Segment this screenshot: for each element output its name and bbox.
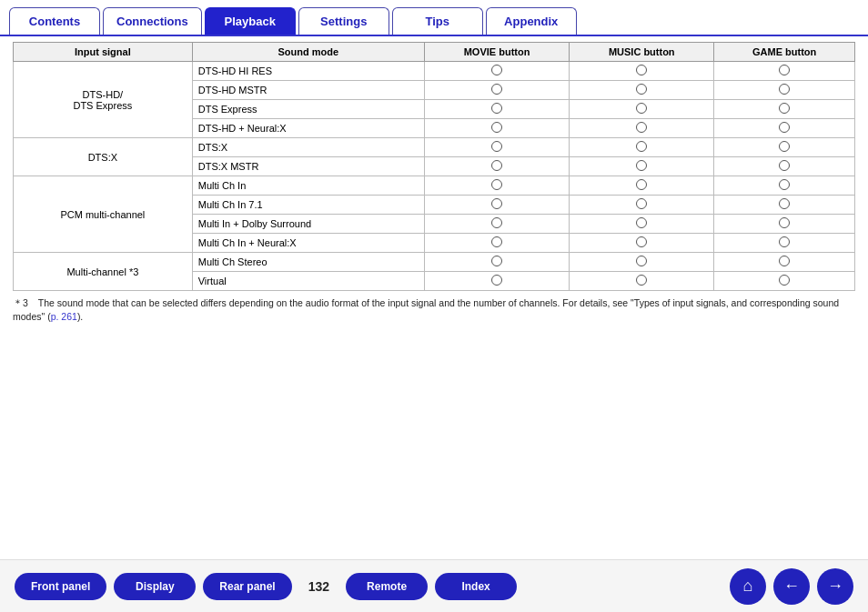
- availability-circle: [491, 122, 502, 133]
- availability-cell: [424, 138, 569, 157]
- availability-cell: [570, 253, 714, 272]
- forward-button[interactable]: →: [817, 568, 853, 605]
- availability-circle: [491, 179, 502, 190]
- index-button[interactable]: Index: [435, 573, 517, 600]
- availability-circle: [491, 141, 502, 152]
- sound-mode-cell: Multi Ch In 7.1: [192, 196, 424, 215]
- sound-mode-cell: Multi Ch In + Neural:X: [192, 234, 424, 253]
- availability-circle: [491, 256, 502, 266]
- availability-cell: [424, 176, 569, 196]
- availability-circle: [779, 141, 790, 152]
- tab-tips[interactable]: Tips: [392, 7, 483, 35]
- input-signal-cell: Multi-channel *3: [14, 253, 193, 291]
- home-button[interactable]: ⌂: [730, 568, 766, 605]
- availability-circle: [491, 65, 502, 75]
- tab-settings[interactable]: Settings: [298, 7, 389, 35]
- availability-circle: [491, 217, 502, 228]
- availability-cell: [570, 176, 714, 196]
- forward-icon: →: [827, 577, 843, 596]
- availability-circle: [636, 65, 647, 75]
- footnote-text: The sound mode that can be selected diff…: [13, 297, 839, 322]
- availability-cell: [714, 100, 855, 119]
- availability-cell: [424, 215, 569, 234]
- availability-circle: [779, 84, 790, 95]
- sound-mode-cell: Multi Ch Stereo: [192, 253, 424, 272]
- sound-mode-cell: DTS-HD + Neural:X: [192, 119, 424, 138]
- availability-cell: [570, 138, 714, 157]
- availability-circle: [636, 275, 647, 286]
- availability-circle: [779, 122, 790, 133]
- availability-cell: [570, 81, 714, 100]
- availability-circle: [491, 160, 502, 171]
- availability-cell: [424, 196, 569, 215]
- rear-panel-button[interactable]: Rear panel: [203, 573, 291, 600]
- table-row: Multi-channel *3Multi Ch Stereo: [14, 253, 855, 272]
- availability-circle: [491, 84, 502, 95]
- availability-cell: [714, 253, 855, 272]
- sound-mode-cell: Multi Ch In: [192, 176, 424, 196]
- availability-circle: [636, 160, 647, 171]
- availability-cell: [714, 272, 855, 291]
- availability-cell: [570, 272, 714, 291]
- availability-circle: [779, 103, 790, 114]
- sound-mode-cell: Virtual: [192, 272, 424, 291]
- table-row: DTS-HD/DTS ExpressDTS-HD HI RES: [14, 62, 855, 81]
- availability-circle: [779, 275, 790, 286]
- availability-cell: [570, 100, 714, 119]
- tab-appendix[interactable]: Appendix: [486, 7, 577, 35]
- tab-connections[interactable]: Connections: [103, 7, 202, 35]
- bottom-nav-right: ⌂ ← →: [730, 568, 853, 605]
- availability-circle: [779, 179, 790, 190]
- footnote: ＊3 The sound mode that can be selected d…: [13, 296, 855, 323]
- footnote-end: ).: [77, 311, 83, 322]
- sound-mode-cell: DTS-HD HI RES: [192, 62, 424, 81]
- availability-circle: [779, 160, 790, 171]
- remote-button[interactable]: Remote: [346, 573, 428, 600]
- sound-mode-cell: DTS-HD MSTR: [192, 81, 424, 100]
- availability-circle: [779, 65, 790, 75]
- availability-circle: [491, 275, 502, 286]
- availability-circle: [636, 141, 647, 152]
- col-game: GAME button: [714, 43, 855, 62]
- page-number: 132: [308, 579, 329, 594]
- bottom-navigation: Front panel Display Rear panel 132 Remot…: [0, 559, 868, 612]
- availability-cell: [570, 119, 714, 138]
- table-row: DTS:XDTS:X: [14, 138, 855, 157]
- availability-circle: [636, 236, 647, 247]
- availability-cell: [570, 62, 714, 81]
- availability-circle: [491, 236, 502, 247]
- availability-cell: [570, 215, 714, 234]
- availability-cell: [714, 119, 855, 138]
- footnote-link[interactable]: p. 261: [51, 311, 77, 322]
- front-panel-button[interactable]: Front panel: [15, 573, 106, 600]
- availability-cell: [424, 100, 569, 119]
- footnote-marker: ＊3: [13, 297, 38, 308]
- availability-circle: [636, 84, 647, 95]
- sound-mode-table: Input signal Sound mode MOVIE button MUS…: [13, 42, 855, 291]
- availability-circle: [491, 198, 502, 209]
- availability-cell: [424, 81, 569, 100]
- availability-circle: [636, 122, 647, 133]
- availability-cell: [570, 157, 714, 176]
- availability-circle: [636, 217, 647, 228]
- availability-circle: [491, 103, 502, 114]
- availability-cell: [714, 62, 855, 81]
- availability-cell: [570, 196, 714, 215]
- tab-navigation: Contents Connections Playback Settings T…: [0, 0, 868, 35]
- sound-mode-cell: Multi In + Dolby Surround: [192, 215, 424, 234]
- sound-mode-cell: DTS:X: [192, 138, 424, 157]
- input-signal-cell: DTS:X: [14, 138, 193, 176]
- availability-cell: [714, 176, 855, 196]
- tab-playback[interactable]: Playback: [205, 7, 296, 35]
- availability-cell: [424, 62, 569, 81]
- availability-circle: [779, 198, 790, 209]
- sound-mode-cell: DTS Express: [192, 100, 424, 119]
- availability-cell: [424, 234, 569, 253]
- tab-contents[interactable]: Contents: [9, 7, 100, 35]
- display-button[interactable]: Display: [114, 573, 196, 600]
- availability-circle: [779, 236, 790, 247]
- back-button[interactable]: ←: [773, 568, 810, 605]
- col-movie: MOVIE button: [424, 43, 569, 62]
- availability-circle: [636, 198, 647, 209]
- home-icon: ⌂: [743, 577, 753, 596]
